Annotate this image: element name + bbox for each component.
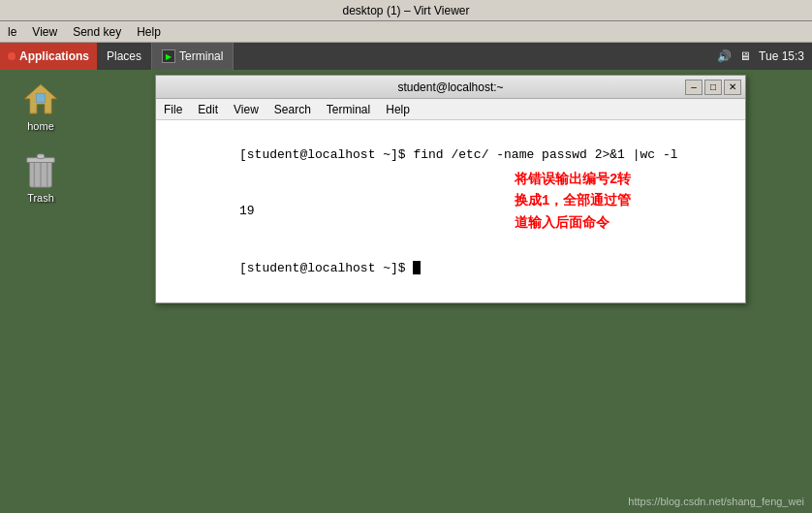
annotation-text: 将错误输出编号2转 换成1，全部通过管 道输入后面命令 bbox=[515, 169, 631, 234]
terminal-controls: – □ ✕ bbox=[685, 80, 741, 95]
home-icon-image bbox=[21, 80, 60, 118]
terminal-prompt-1: [student@localhost ~]$ bbox=[239, 147, 413, 162]
home-icon-label: home bbox=[27, 120, 54, 132]
terminal-menu-view[interactable]: View bbox=[234, 103, 259, 116]
virt-viewer-menubar: le View Send key Help bbox=[0, 21, 812, 43]
menu-send-key[interactable]: Send key bbox=[73, 25, 121, 39]
terminal-menu-search[interactable]: Search bbox=[274, 103, 311, 116]
home-desktop-icon[interactable]: home bbox=[10, 80, 72, 132]
terminal-menu-file[interactable]: File bbox=[164, 103, 182, 116]
terminal-menu-terminal[interactable]: Terminal bbox=[327, 103, 370, 116]
terminal-line-3: [student@localhost ~]$ bbox=[164, 240, 737, 297]
svg-rect-7 bbox=[37, 154, 45, 159]
panel-display-icon: 🖥 bbox=[739, 49, 751, 63]
panel-volume-icon: 🔊 bbox=[717, 49, 732, 63]
terminal-maximize-btn[interactable]: □ bbox=[704, 80, 722, 95]
desktop-wrapper: Applications Places ▶ Terminal 🔊 🖥 Tue 1… bbox=[0, 43, 812, 513]
terminal-line-1: [student@localhost ~]$ find /etc/ -name … bbox=[164, 126, 737, 183]
gnome-panel-left: Applications Places ▶ Terminal bbox=[0, 43, 234, 70]
terminal-output: 19 bbox=[239, 204, 255, 218]
terminal-cursor bbox=[413, 261, 421, 274]
menu-le[interactable]: le bbox=[8, 25, 16, 39]
annotation-line2: 换成1，全部通过管 bbox=[515, 190, 631, 211]
terminal-prompt-2: [student@localhost ~]$ bbox=[239, 261, 413, 275]
terminal-title: student@localhost:~ bbox=[397, 80, 503, 94]
gnome-panel-right: 🔊 🖥 Tue 15:3 bbox=[717, 49, 812, 63]
gnome-terminal-menu[interactable]: ▶ Terminal bbox=[151, 43, 234, 70]
terminal-close-btn[interactable]: ✕ bbox=[724, 80, 741, 95]
watermark: https://blog.csdn.net/shang_feng_wei bbox=[628, 496, 804, 507]
panel-clock: Tue 15:3 bbox=[759, 49, 804, 63]
menu-help[interactable]: Help bbox=[137, 25, 161, 39]
terminal-icon: ▶ bbox=[162, 49, 175, 63]
menu-view[interactable]: View bbox=[32, 25, 57, 39]
terminal-titlebar: student@localhost:~ – □ ✕ bbox=[156, 76, 745, 99]
virt-viewer-titlebar: desktop (1) – Virt Viewer bbox=[0, 0, 812, 21]
applications-label: Applications bbox=[19, 49, 89, 63]
gnome-places-menu[interactable]: Places bbox=[97, 43, 151, 70]
desktop-icons: home bbox=[10, 80, 72, 204]
terminal-menu-edit[interactable]: Edit bbox=[198, 103, 218, 116]
trash-icon-image bbox=[21, 151, 60, 190]
trash-icon-label: Trash bbox=[27, 192, 54, 204]
annotation-line1: 将错误输出编号2转 bbox=[515, 169, 631, 190]
places-label: Places bbox=[107, 49, 141, 63]
terminal-cmd-1: find /etc/ -name passwd 2>&1 |wc -l bbox=[413, 147, 677, 162]
trash-desktop-icon[interactable]: Trash bbox=[10, 151, 72, 204]
terminal-menu-help[interactable]: Help bbox=[386, 103, 410, 116]
svg-rect-1 bbox=[36, 93, 46, 103]
gnome-applications-menu[interactable]: Applications bbox=[0, 43, 97, 70]
terminal-window: student@localhost:~ – □ ✕ File Edit View… bbox=[155, 75, 746, 304]
terminal-menubar: File Edit View Search Terminal Help bbox=[156, 99, 745, 120]
terminal-minimize-btn[interactable]: – bbox=[685, 80, 703, 95]
terminal-label: Terminal bbox=[179, 49, 223, 63]
terminal-content[interactable]: [student@localhost ~]$ find /etc/ -name … bbox=[156, 120, 745, 303]
terminal-line-2: 19 bbox=[164, 183, 737, 240]
applications-dot-icon bbox=[8, 52, 16, 60]
gnome-panel: Applications Places ▶ Terminal 🔊 🖥 Tue 1… bbox=[0, 43, 812, 70]
desktop: home bbox=[0, 70, 812, 513]
virt-viewer-title: desktop (1) – Virt Viewer bbox=[343, 4, 470, 17]
annotation-line3: 道输入后面命令 bbox=[515, 212, 631, 234]
